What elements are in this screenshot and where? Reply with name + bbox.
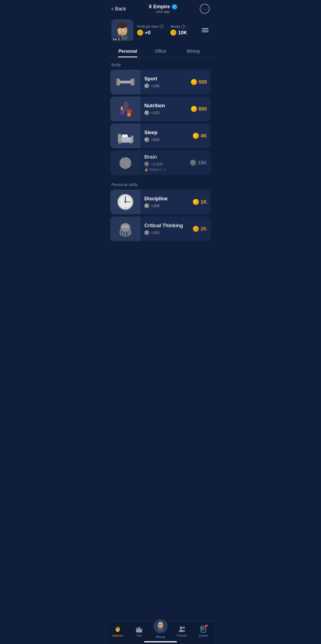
card-nutrition[interactable]: Nutrition +125 800 bbox=[110, 97, 211, 121]
sport-image bbox=[110, 70, 140, 94]
sport-cost-coin-icon bbox=[191, 79, 197, 85]
nutrition-cost-coin-icon bbox=[191, 106, 197, 112]
svg-point-45 bbox=[125, 201, 126, 203]
sleep-profit: +650 bbox=[144, 137, 190, 142]
hamburger-line-2 bbox=[202, 30, 209, 30]
stats-row: Profit per Hour ? ↑ +0 Money ? bbox=[137, 25, 197, 36]
brain-image bbox=[110, 150, 140, 175]
clock-icon bbox=[116, 192, 135, 212]
header: ‹ Back X Empire ✓ mini app ··· bbox=[107, 0, 214, 16]
hamburger-line-1 bbox=[202, 28, 209, 29]
card-sport[interactable]: Sport +100 500 bbox=[110, 70, 211, 94]
critical-thinking-image bbox=[110, 216, 140, 241]
svg-rect-22 bbox=[118, 79, 120, 85]
brain-profit: +2,500 bbox=[144, 162, 187, 167]
profile-row: Lv. 1 Profit per Hour ? ↑ +0 bbox=[107, 16, 214, 46]
discipline-name: Discipline bbox=[144, 196, 190, 202]
discipline-cost-coin-icon bbox=[193, 199, 199, 205]
brain-name: Brain bbox=[144, 154, 187, 160]
card-critical-thinking[interactable]: Critical Thinking +300 2K bbox=[110, 216, 211, 241]
critical-thinking-profit: +300 bbox=[144, 230, 190, 235]
card-brain[interactable]: Brain +2,500 🔒 Sleep Lv. 1 15K bbox=[110, 150, 211, 175]
brain-profit-coin-icon bbox=[144, 162, 149, 167]
money-info-icon[interactable]: ? bbox=[181, 25, 185, 29]
tab-mining[interactable]: Mining bbox=[177, 46, 210, 57]
nutrition-body: Nutrition +125 bbox=[140, 100, 191, 119]
brain-icon bbox=[116, 153, 135, 172]
svg-rect-23 bbox=[131, 79, 133, 85]
nutrition-icon bbox=[116, 99, 135, 119]
critical-thinking-body: Critical Thinking +300 bbox=[140, 220, 193, 238]
svg-rect-38 bbox=[130, 142, 132, 144]
card-discipline[interactable]: Discipline +200 1K bbox=[110, 190, 211, 214]
discipline-body: Discipline +200 bbox=[140, 193, 193, 212]
svg-rect-36 bbox=[131, 136, 133, 143]
section-skills-title: Personal skills bbox=[107, 177, 214, 190]
tab-personal[interactable]: Personal bbox=[111, 46, 144, 57]
svg-point-54 bbox=[127, 226, 128, 227]
svg-point-31 bbox=[127, 113, 131, 117]
xp-bar bbox=[111, 40, 133, 41]
menu-button[interactable]: ··· bbox=[200, 4, 210, 14]
sport-profit-coin-icon bbox=[144, 83, 149, 88]
money-label: Money ? bbox=[170, 25, 197, 29]
content: Body Sport +100 500 bbox=[107, 57, 214, 269]
svg-point-28 bbox=[120, 110, 123, 113]
svg-point-12 bbox=[122, 32, 123, 33]
nutrition-image bbox=[110, 97, 140, 121]
bed-icon bbox=[116, 126, 135, 145]
svg-rect-5 bbox=[117, 25, 119, 29]
back-button[interactable]: ‹ Back bbox=[111, 5, 126, 12]
section-body-title: Body bbox=[107, 57, 214, 70]
svg-text:↑: ↑ bbox=[140, 32, 141, 34]
brain-cost-coin-icon bbox=[190, 160, 196, 166]
money-coin-icon: $ bbox=[170, 30, 176, 36]
profit-stat: Profit per Hour ? ↑ +0 bbox=[137, 25, 164, 36]
dumbbell-icon bbox=[116, 72, 135, 92]
svg-rect-25 bbox=[123, 103, 128, 111]
discipline-profit: +200 bbox=[144, 203, 190, 208]
profit-value: ↑ +0 bbox=[137, 30, 164, 36]
nutrition-cost: 800 bbox=[191, 106, 211, 112]
critical-thinking-icon bbox=[116, 219, 135, 238]
nutrition-profit: +125 bbox=[144, 110, 188, 115]
sport-profit: +100 bbox=[144, 83, 188, 88]
sleep-name: Sleep bbox=[144, 130, 190, 136]
profit-info-icon[interactable]: ? bbox=[160, 25, 164, 29]
tabs: Personal Office Mining bbox=[107, 46, 214, 57]
critical-thinking-name: Critical Thinking bbox=[144, 223, 190, 229]
app-subtitle: mini app bbox=[149, 10, 177, 14]
hamburger-line-3 bbox=[202, 32, 209, 32]
svg-point-11 bbox=[124, 30, 125, 31]
tab-office[interactable]: Office bbox=[144, 46, 177, 57]
back-arrow-icon: ‹ bbox=[111, 5, 113, 12]
nutrition-profit-coin-icon bbox=[144, 110, 149, 115]
verified-badge-icon: ✓ bbox=[172, 4, 177, 10]
critical-thinking-cost-coin-icon bbox=[193, 226, 199, 232]
sport-name: Sport bbox=[144, 76, 188, 82]
sleep-profit-coin-icon bbox=[144, 137, 149, 142]
app-name: X Empire bbox=[149, 4, 170, 10]
sleep-cost: 4K bbox=[193, 133, 211, 139]
brain-lock: 🔒 Sleep Lv. 1 bbox=[144, 168, 187, 171]
discipline-profit-coin-icon bbox=[144, 203, 149, 208]
avatar: Lv. 1 bbox=[111, 19, 133, 41]
svg-text:$: $ bbox=[173, 32, 174, 34]
svg-rect-30 bbox=[129, 109, 130, 110]
menu-dots-icon: ··· bbox=[202, 6, 207, 12]
svg-rect-35 bbox=[122, 137, 132, 142]
hamburger-button[interactable] bbox=[201, 27, 210, 33]
app-title: X Empire ✓ bbox=[149, 4, 177, 10]
discipline-cost: 1K bbox=[193, 199, 211, 205]
profit-coin-icon: ↑ bbox=[137, 30, 143, 36]
profit-label: Profit per Hour ? bbox=[137, 25, 164, 29]
svg-rect-33 bbox=[118, 134, 121, 143]
card-sleep[interactable]: Sleep +650 4K bbox=[110, 123, 211, 148]
sleep-body: Sleep +650 bbox=[140, 126, 193, 145]
svg-point-10 bbox=[120, 30, 121, 31]
sleep-cost-coin-icon bbox=[193, 133, 199, 139]
nutrition-name: Nutrition bbox=[144, 103, 188, 109]
svg-rect-24 bbox=[125, 102, 127, 103]
svg-point-53 bbox=[123, 226, 125, 227]
back-label: Back bbox=[115, 6, 126, 12]
